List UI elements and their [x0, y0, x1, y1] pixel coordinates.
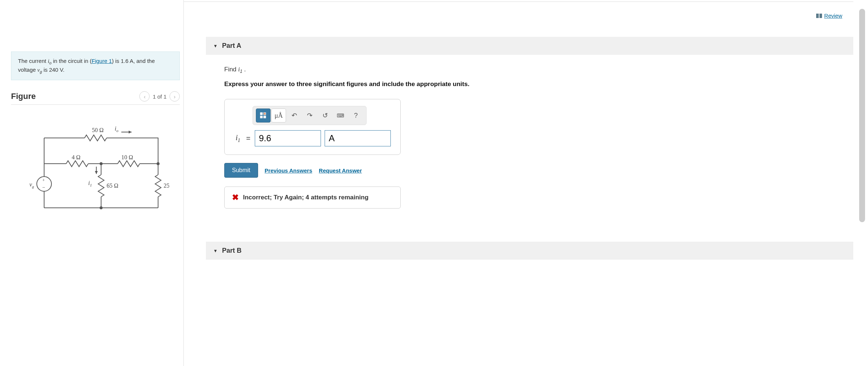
submit-button[interactable]: Submit	[224, 163, 258, 178]
keyboard-icon[interactable]: ⌨	[333, 109, 348, 122]
figure-header: Figure ‹ 1 of 1 ›	[11, 91, 180, 105]
feedback-box: ✖ Incorrect; Try Again; 4 attempts remai…	[224, 186, 401, 209]
review-label: Review	[824, 13, 842, 19]
figure-prev-button[interactable]: ‹	[139, 91, 150, 102]
value-input[interactable]	[255, 130, 321, 146]
template-icon[interactable]	[256, 109, 271, 122]
figure-title: Figure	[11, 92, 36, 101]
scrollbar[interactable]	[859, 9, 865, 222]
units-button[interactable]: μÅ	[271, 109, 286, 122]
problem-text-4: is 240 V.	[42, 67, 64, 73]
figure-next-button[interactable]: ›	[169, 91, 180, 102]
book-icon	[816, 14, 822, 18]
find-pre: Find	[224, 66, 238, 73]
circuit-diagram: 50 Ω io 4 Ω 10 Ω vg + − i1 65 Ω 25 Ω	[22, 123, 169, 220]
answer-row: i1 =	[234, 130, 391, 146]
label-i1: i1	[88, 180, 92, 187]
part-a-header[interactable]: ▼ Part A	[206, 37, 853, 55]
part-a-title: Part A	[222, 42, 241, 50]
svg-rect-9	[264, 116, 266, 118]
label-io: io	[115, 125, 118, 133]
instruction-text: Express your answer to three significant…	[224, 81, 857, 88]
previous-answers-link[interactable]: Previous Answers	[265, 167, 312, 174]
svg-text:+: +	[42, 178, 45, 183]
top-divider	[184, 1, 853, 2]
problem-text-2: in the circuit in (	[51, 58, 92, 64]
feedback-text: Incorrect; Try Again; 4 attempts remaini…	[243, 194, 368, 201]
eq-equals: =	[246, 134, 251, 143]
caret-down-icon: ▼	[213, 248, 218, 253]
review-link[interactable]: Review	[816, 13, 842, 19]
actions-row: Submit Previous Answers Request Answer	[224, 163, 857, 178]
answer-box: μÅ ↶ ↷ ↺ ⌨ ? i1 =	[224, 99, 401, 155]
problem-text: The current	[18, 58, 48, 64]
reset-icon[interactable]: ↺	[318, 109, 332, 122]
find-post: .	[242, 66, 246, 73]
svg-rect-7	[264, 113, 266, 115]
figure-link[interactable]: Figure 1	[92, 58, 112, 64]
answer-toolbar: μÅ ↶ ↷ ↺ ⌨ ?	[253, 106, 367, 125]
eq-symbol: i1	[234, 134, 242, 143]
svg-rect-8	[260, 116, 262, 118]
request-answer-link[interactable]: Request Answer	[319, 167, 362, 174]
problem-statement: The current io in the circuit in (Figure…	[11, 51, 180, 80]
help-icon[interactable]: ?	[349, 109, 363, 122]
part-a-content: Find i1 . Express your answer to three s…	[206, 55, 868, 220]
caret-down-icon: ▼	[213, 43, 218, 49]
label-25ohm: 25 Ω	[164, 182, 169, 189]
right-panel: Review ▼ Part A Find i1 . Express your a…	[184, 0, 868, 366]
label-10ohm: 10 Ω	[121, 154, 133, 160]
svg-point-3	[157, 163, 159, 165]
figure-pager-text: 1 of 1	[153, 93, 167, 100]
left-panel: The current io in the circuit in (Figure…	[0, 0, 184, 366]
incorrect-icon: ✖	[232, 193, 239, 202]
label-50ohm: 50 Ω	[92, 127, 104, 133]
redo-icon[interactable]: ↷	[302, 109, 317, 122]
svg-point-2	[100, 207, 102, 209]
unit-input[interactable]	[325, 130, 391, 146]
label-vg: vg	[29, 181, 34, 189]
svg-point-1	[100, 163, 102, 165]
label-4ohm: 4 Ω	[72, 154, 81, 160]
svg-text:−: −	[42, 185, 45, 190]
part-b-header[interactable]: ▼ Part B	[206, 242, 853, 260]
svg-rect-6	[260, 113, 262, 115]
find-text: Find i1 .	[224, 66, 857, 74]
label-65ohm: 65 Ω	[107, 182, 118, 189]
figure-pager: ‹ 1 of 1 ›	[139, 91, 180, 102]
undo-icon[interactable]: ↶	[287, 109, 301, 122]
part-b-title: Part B	[222, 247, 242, 255]
